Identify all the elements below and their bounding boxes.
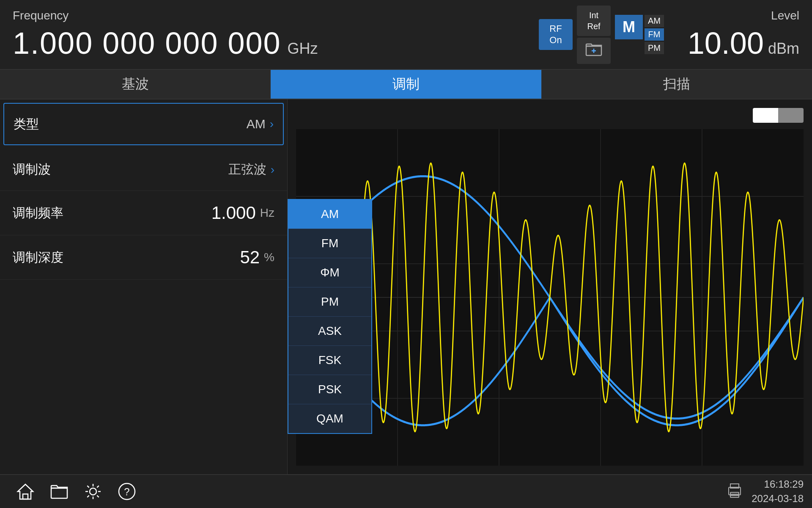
home-button[interactable] <box>8 482 42 501</box>
dropdown-item-am[interactable]: AM <box>288 200 371 229</box>
settings-button[interactable] <box>76 482 110 501</box>
mod-freq-row[interactable]: 调制频率 1.000 Hz <box>0 191 287 235</box>
mod-am-label: AM <box>645 15 664 27</box>
int-ref-line1: Int <box>589 11 598 20</box>
int-ref-button[interactable]: Int Ref <box>577 6 611 36</box>
header-controls: RFOn Int Ref M AM FM <box>539 6 664 64</box>
help-button[interactable]: ? <box>110 482 144 501</box>
dropdown-item-qam[interactable]: QAM <box>288 404 371 433</box>
left-panel: 类型 AM › 调制波 正弦波 › 调制频率 1.000 Hz 调制深度 <box>0 99 288 474</box>
frequency-unit: GHz <box>288 40 318 58</box>
tab-jiibo[interactable]: 基波 <box>0 70 271 99</box>
wave-label: 调制波 <box>13 161 51 178</box>
gear-icon <box>84 482 102 501</box>
dropdown-item-pm[interactable]: PM <box>288 287 371 317</box>
toggle-switch[interactable] <box>753 108 804 123</box>
mod-fm-label: FM <box>645 28 664 41</box>
svg-rect-14 <box>23 494 28 499</box>
tab-scan[interactable]: 扫描 <box>542 70 812 99</box>
level-section: Level 10.00 dBm <box>664 9 799 61</box>
type-value: AM › <box>247 117 274 131</box>
frequency-section: Frequency 1.000 000 000 000 GHz <box>13 9 526 61</box>
svg-text:?: ? <box>124 486 129 497</box>
dropdown-item-fsk[interactable]: FSK <box>288 346 371 375</box>
footer: ? 16:18:29 2024-03-18 <box>0 474 812 508</box>
footer-date: 2024-03-18 <box>752 491 804 506</box>
level-unit: dBm <box>768 40 799 58</box>
home-icon <box>16 482 35 501</box>
print-icon <box>726 482 743 498</box>
modulation-m-button[interactable]: M <box>615 15 643 39</box>
dropdown-item-ask[interactable]: ASK <box>288 317 371 346</box>
save-icon <box>585 42 602 57</box>
dropdown-item-psk[interactable]: PSK <box>288 375 371 404</box>
dropdown-item-phim[interactable]: ΦM <box>288 258 371 287</box>
level-label: Level <box>664 9 799 22</box>
tab-modulation[interactable]: 调制 <box>271 70 541 99</box>
main-content: 类型 AM › 调制波 正弦波 › 调制频率 1.000 Hz 调制深度 <box>0 99 812 474</box>
mod-depth-value: 52 % <box>240 247 274 268</box>
tabs: 基波 调制 扫描 <box>0 70 812 99</box>
frequency-label: Frequency <box>13 9 526 22</box>
folder-button[interactable] <box>42 482 76 501</box>
print-button[interactable] <box>726 482 743 501</box>
dropdown-item-fm[interactable]: FM <box>288 229 371 258</box>
folder-icon <box>50 482 69 501</box>
footer-datetime: 16:18:29 2024-03-18 <box>752 477 804 505</box>
toggle-left[interactable] <box>753 108 778 123</box>
toggle-right[interactable] <box>778 108 804 123</box>
type-label: 类型 <box>14 116 39 133</box>
type-dropdown: AM FM ΦM PM ASK FSK PSK QAM <box>288 199 372 434</box>
type-chevron: › <box>270 117 274 131</box>
help-icon: ? <box>118 482 136 501</box>
wave-row[interactable]: 调制波 正弦波 › <box>0 149 287 191</box>
svg-point-16 <box>90 488 96 495</box>
wave-chevron: › <box>271 163 274 177</box>
save-button[interactable] <box>577 38 611 64</box>
rf-on-button[interactable]: RFOn <box>539 19 573 50</box>
footer-time: 16:18:29 <box>752 477 804 491</box>
mod-depth-label: 调制深度 <box>13 249 63 266</box>
modulation-mode-group: M AM FM PM <box>615 15 664 54</box>
level-value: 10.00 <box>688 26 764 61</box>
header: Frequency 1.000 000 000 000 GHz RFOn Int… <box>0 0 812 70</box>
mod-depth-row[interactable]: 调制深度 52 % <box>0 235 287 280</box>
mod-freq-label: 调制频率 <box>13 204 63 222</box>
type-row[interactable]: 类型 AM › <box>3 103 284 145</box>
svg-marker-13 <box>18 484 33 499</box>
mod-pm-label: PM <box>645 42 664 54</box>
frequency-value: 1.000 000 000 000 <box>13 26 281 61</box>
int-ref-line2: Ref <box>587 22 600 31</box>
mod-labels: AM FM PM <box>645 15 664 54</box>
svg-rect-15 <box>51 488 67 498</box>
waveform-display <box>296 129 804 466</box>
wave-value: 正弦波 › <box>228 161 274 178</box>
mod-freq-value: 1.000 Hz <box>211 203 274 223</box>
waveform-svg <box>296 129 804 466</box>
